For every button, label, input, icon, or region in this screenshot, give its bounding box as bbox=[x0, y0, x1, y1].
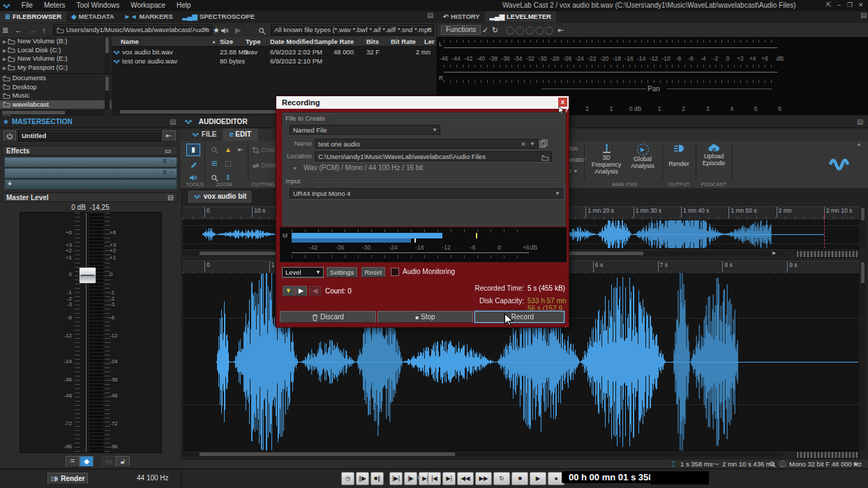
preset-name-field[interactable]: Untitled bbox=[18, 130, 162, 142]
transport-button[interactable]: |▶| bbox=[389, 472, 403, 485]
col-size[interactable]: Size bbox=[220, 37, 233, 46]
menu-item[interactable]: Workspace bbox=[125, 0, 171, 10]
check-settings-icon[interactable]: ✓ bbox=[482, 23, 488, 37]
solo-icon[interactable]: S bbox=[163, 169, 167, 176]
zoom-audition-icon[interactable] bbox=[207, 144, 221, 156]
tree-item-drive[interactable]: ▶ New Volume (E:) bbox=[0, 54, 112, 63]
unlock-button[interactable]: 🔓︎ bbox=[116, 456, 130, 467]
panel-tab[interactable]: ≣FILEBROWSER bbox=[0, 11, 66, 22]
col-type[interactable]: Type bbox=[246, 37, 260, 46]
tab-file[interactable]: FILE bbox=[185, 128, 223, 141]
panel-tab[interactable]: ↶HISTORY bbox=[438, 11, 485, 22]
panel-options-icon[interactable]: ▤ bbox=[427, 11, 433, 19]
reset-meter-icon[interactable]: ↻ bbox=[492, 23, 498, 37]
collapse-button[interactable]: ⇤ bbox=[162, 130, 176, 142]
main-hscrollbar[interactable] bbox=[183, 452, 783, 457]
tree-hscrollbar[interactable] bbox=[1, 110, 103, 115]
panel-options-icon[interactable]: ▤ bbox=[857, 116, 863, 128]
tree-item-folder[interactable]: wavelabcast bbox=[0, 100, 112, 109]
freq-analysis-button[interactable]: 3D FrequencyAnalysis bbox=[587, 144, 626, 175]
preset-4-icon[interactable]: ◯ bbox=[535, 23, 544, 37]
main-vscrollbar[interactable] bbox=[860, 261, 865, 450]
solo-icon[interactable]: S bbox=[163, 158, 167, 165]
play-count-button[interactable]: ▶ bbox=[295, 286, 307, 296]
format-expander-icon[interactable]: ▼ bbox=[292, 166, 297, 171]
panel-tab[interactable]: ◆METADATA bbox=[66, 11, 119, 22]
search-icon[interactable] bbox=[258, 26, 266, 35]
col-bits[interactable]: Bits bbox=[366, 37, 379, 46]
preset-2-icon[interactable]: ◯ bbox=[516, 23, 524, 37]
discard-button[interactable]: Discard bbox=[280, 311, 376, 323]
location-field[interactable]: C:\Users\andy1\Music\WaveLab\wavelabcast… bbox=[315, 151, 552, 162]
settings-button[interactable]: Settings bbox=[327, 267, 357, 277]
master-level-header[interactable]: Master Level⊟ bbox=[2, 192, 178, 202]
format-summary[interactable]: Wav (PCM) / Mono / 44 100 Hz / 16 bit bbox=[304, 164, 423, 171]
menu-item[interactable]: Meters bbox=[38, 0, 71, 10]
tree-item-folder[interactable]: Documents bbox=[0, 74, 112, 83]
crop-button[interactable]: Crop bbox=[252, 146, 275, 154]
transport-button[interactable]: |◀ bbox=[428, 472, 441, 485]
preset-3-icon[interactable]: ◯ bbox=[525, 23, 534, 37]
tab-edit[interactable]: e EDIT bbox=[223, 128, 258, 141]
back-count-button[interactable]: ◀ bbox=[309, 286, 321, 296]
global-analysis-button[interactable]: ▶GlobalAnalysis bbox=[627, 144, 658, 169]
list-options-icon[interactable]: ≣ bbox=[2, 23, 8, 37]
master-render-button[interactable]: Render bbox=[47, 473, 88, 485]
col-samplerate[interactable]: Sample Rate bbox=[314, 37, 354, 46]
tree-scrollbar[interactable] bbox=[105, 37, 110, 73]
tree-item-folder[interactable]: Music bbox=[0, 91, 112, 100]
name-dropdown-icon[interactable]: ▼ bbox=[530, 139, 535, 148]
auto-name-icon[interactable] bbox=[539, 139, 548, 148]
up-icon[interactable]: ↑ bbox=[43, 23, 47, 37]
input-select[interactable]: UR44 Input Mono 4▼ bbox=[290, 188, 563, 199]
file-row[interactable]: test one audio.wav 80 bytes 6/9/2023 2:1… bbox=[112, 56, 436, 66]
browse-folder-icon[interactable] bbox=[541, 153, 549, 162]
transport-button[interactable]: ◷ bbox=[341, 472, 354, 485]
panel-options-icon[interactable]: ▤ bbox=[860, 11, 867, 19]
panel-tab[interactable]: ►◄MARKERS bbox=[119, 11, 178, 22]
forward-icon[interactable]: → bbox=[29, 23, 36, 37]
panel-tab[interactable]: ▂▄▆SPECTROSCOPE bbox=[178, 11, 260, 22]
scroll-right-icon[interactable]: ▶ bbox=[772, 250, 776, 256]
preset-1-icon[interactable]: ◯ bbox=[506, 23, 514, 37]
filter-dropdown-icon[interactable]: ▼ bbox=[426, 25, 431, 35]
audition-speaker-icon[interactable] bbox=[220, 26, 229, 34]
transport-button[interactable]: ■ bbox=[511, 472, 528, 485]
time-selection-tool[interactable]: ▮ bbox=[186, 144, 200, 156]
more-transport-icon[interactable]: » bbox=[417, 473, 421, 481]
expander-icon[interactable]: ▶ bbox=[3, 56, 6, 61]
transport-button[interactable]: ■∥ bbox=[371, 472, 384, 485]
file-row[interactable]: vox audio bit.wav 23.88 MB wav 6/9/2023 … bbox=[112, 47, 436, 56]
menu-item[interactable]: Help bbox=[171, 0, 197, 10]
minimize-icon[interactable]: – bbox=[837, 1, 841, 8]
zoom-status-icon[interactable] bbox=[769, 459, 776, 469]
effect-slot-1[interactable]: S▫ bbox=[4, 157, 177, 167]
zoom-reset-icon[interactable]: ⇤ bbox=[234, 144, 248, 156]
audio-format-status[interactable]: Mono 32 bit F 48 000 Hz bbox=[789, 459, 862, 469]
transport-button[interactable]: ▶| bbox=[442, 472, 456, 485]
file-mode-select[interactable]: Named File▼ bbox=[290, 125, 440, 135]
play-file-icon[interactable]: ▶ bbox=[235, 23, 241, 37]
render-button[interactable]: Render bbox=[665, 144, 693, 167]
name-field[interactable]: test one audio✕▼ bbox=[315, 139, 538, 149]
total-time[interactable]: 2 mn 10 s 436 ms bbox=[722, 459, 775, 469]
overview-vscrollbar[interactable] bbox=[860, 206, 865, 248]
folder-scrollbar[interactable] bbox=[105, 76, 110, 109]
favorite-status-icon[interactable]: ★ bbox=[853, 459, 859, 469]
fader-handle[interactable] bbox=[79, 267, 96, 284]
file-list-header[interactable]: Name ▲ Size Type Date Modified Sample Ra… bbox=[112, 37, 436, 47]
pen-tool[interactable] bbox=[186, 158, 200, 170]
menu-item[interactable]: File bbox=[16, 0, 38, 10]
collapse-ribbon-icon[interactable]: ▴ bbox=[858, 141, 860, 147]
panel-options-icon[interactable]: ▤ bbox=[170, 116, 176, 128]
col-bitrate[interactable]: Bit Rate bbox=[391, 37, 416, 46]
menu-item[interactable]: Tool Windows bbox=[70, 0, 125, 10]
tree-item-drive[interactable]: ▶ My Passport (G:) bbox=[0, 63, 112, 73]
path-dropdown-icon[interactable]: ▼ bbox=[204, 25, 209, 35]
col-name[interactable]: Name bbox=[121, 37, 139, 46]
close-icon[interactable]: ✕ bbox=[858, 1, 864, 8]
clear-icon[interactable]: ✕ bbox=[521, 139, 526, 148]
reset-button[interactable]: Reset bbox=[361, 267, 385, 277]
audio-monitoring-checkbox[interactable] bbox=[391, 268, 399, 276]
cursor-time[interactable]: 1 s 358 ms bbox=[680, 459, 712, 469]
